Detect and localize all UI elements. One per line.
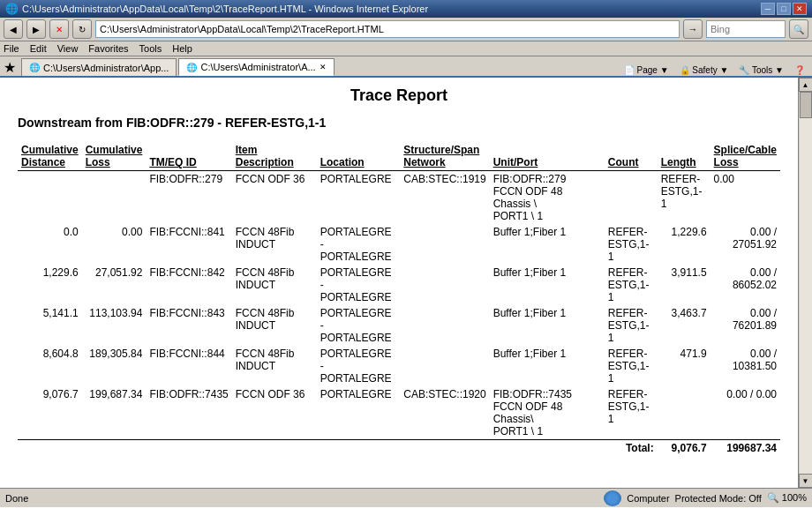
table-cell: FIB:ODFR::279 (146, 171, 231, 225)
table-cell: 3,463.7 (658, 305, 710, 346)
table-cell: 0.00 / 76201.89 (710, 305, 780, 346)
status-bar-right: Computer Protected Mode: Off 🔍 100% (604, 490, 807, 506)
table-cell: FCCN ODF 36 (232, 171, 317, 225)
total-distance: 9,076.7 (658, 440, 710, 457)
menu-bar: File Edit View Favorites Tools Help (0, 41, 812, 56)
menu-edit[interactable]: Edit (30, 43, 47, 54)
table-cell: PORTALEGRE (317, 171, 401, 225)
help-icon[interactable]: ❓ (791, 64, 808, 76)
table-cell: 8,604.8 (18, 346, 82, 386)
col-tm-eq-id: TM/EQ ID (146, 142, 231, 171)
maximize-button[interactable]: □ (777, 3, 791, 15)
scroll-down[interactable]: ▼ (799, 474, 813, 488)
go-button[interactable]: → (683, 19, 703, 39)
refresh-button[interactable]: ↻ (72, 19, 92, 39)
table-cell (400, 305, 489, 346)
search-input[interactable] (706, 20, 786, 38)
col-splice-cable-loss: Splice/CableLoss (710, 142, 780, 171)
table-cell: 0.00 / 10381.50 (710, 346, 780, 386)
back-button[interactable]: ◀ (4, 19, 23, 39)
table-cell (658, 386, 710, 440)
menu-view[interactable]: View (57, 43, 79, 54)
total-empty-cell (146, 440, 231, 457)
table-cell: REFER- ESTG,1-1 (605, 386, 658, 440)
report-subtitle: Downstream from FIB:ODFR::279 - REFER-ES… (18, 116, 780, 130)
computer-label: Computer (627, 493, 669, 504)
table-cell: PORTALEGRE - PORTALEGRE (317, 224, 401, 265)
table-cell: Buffer 1;Fiber 1 (490, 224, 605, 265)
vertical-scrollbar[interactable]: ▲ ▼ (798, 78, 812, 488)
scroll-thumb[interactable] (800, 92, 812, 118)
table-cell: PORTALEGRE - PORTALEGRE (317, 305, 401, 346)
table-cell: 0.00 / 0.00 (710, 386, 780, 440)
table-cell: 0.00 / 27051.92 (710, 224, 780, 265)
table-cell: 0.0 (18, 224, 82, 265)
stop-button[interactable]: ✕ (49, 19, 69, 39)
menu-help[interactable]: Help (172, 43, 192, 54)
content-area: Trace Report Downstream from FIB:ODFR::2… (0, 78, 812, 488)
col-unit-port: Unit/Port (490, 142, 605, 171)
table-cell: 113,103.94 (82, 305, 147, 346)
search-button[interactable]: 🔍 (789, 19, 808, 39)
menu-tools[interactable]: Tools (139, 43, 162, 54)
safety-button[interactable]: 🔒 Safety ▼ (676, 64, 733, 76)
table-cell: FCCN 48Fib INDUCT (232, 346, 317, 386)
table-cell: REFER- ESTG,1-1 (605, 305, 658, 346)
forward-button[interactable]: ▶ (26, 19, 46, 39)
title-bar-controls: ─ □ ✕ (761, 3, 807, 15)
minimize-button[interactable]: ─ (761, 3, 775, 15)
page-button[interactable]: 📄 Page ▼ (620, 64, 673, 76)
tab-1-ie-icon: 🌐 (186, 63, 197, 72)
main-content: Trace Report Downstream from FIB:ODFR::2… (0, 78, 798, 488)
col-count: Count (605, 142, 658, 171)
table-cell (605, 171, 658, 225)
table-cell: REFER- ESTG,1-1 (658, 171, 710, 225)
table-cell: CAB:STEC::1920 (400, 386, 489, 440)
table-cell: 9,076.7 (18, 386, 82, 440)
favorites-icon[interactable]: ★ (4, 59, 16, 76)
total-empty-cell (232, 440, 317, 457)
col-cum-loss: CumulativeLoss (82, 142, 147, 171)
table-cell: REFER- ESTG,1-1 (605, 346, 658, 386)
table-cell: 471.9 (658, 346, 710, 386)
table-cell: 3,911.5 (658, 265, 710, 305)
total-empty-cell (400, 440, 489, 457)
table-cell: PORTALEGRE (317, 386, 401, 440)
menu-file[interactable]: File (4, 43, 19, 54)
table-cell: Buffer 1;Fiber 1 (490, 265, 605, 305)
close-button[interactable]: ✕ (793, 3, 807, 15)
table-cell: 0.00 (710, 171, 780, 225)
ie-logo (604, 490, 621, 506)
tab-0[interactable]: 🌐 C:\Users\Administrator\App... (21, 58, 177, 76)
table-cell: REFER- ESTG,1-1 (605, 265, 658, 305)
zoom-level[interactable]: 🔍 100% (767, 492, 807, 504)
table-cell: CAB:STEC::1919 (400, 171, 489, 225)
tabs-bar: ★ 🌐 C:\Users\Administrator\App... 🌐 C:\U… (0, 56, 812, 78)
table-cell (400, 265, 489, 305)
tab-1[interactable]: 🌐 C:\Users\Administrator\A... ✕ (178, 58, 334, 76)
table-row: FIB:ODFR::279FCCN ODF 36PORTALEGRECAB:ST… (18, 171, 780, 225)
col-location: Location (317, 142, 401, 171)
scroll-track (800, 92, 812, 474)
total-loss: 199687.34 (710, 440, 780, 457)
tab-1-close[interactable]: ✕ (320, 63, 327, 71)
scroll-up[interactable]: ▲ (799, 78, 813, 92)
tab-0-label: C:\Users\Administrator\App... (43, 63, 169, 73)
menu-favorites[interactable]: Favorites (88, 43, 128, 54)
address-input[interactable] (95, 20, 680, 38)
totals-row: Total:9,076.7199687.34 (18, 440, 780, 457)
total-empty-cell (317, 440, 401, 457)
total-label: Total: (605, 440, 658, 457)
protected-mode: Protected Mode: Off (675, 493, 762, 504)
ie-icon: 🌐 (5, 3, 19, 15)
col-structure-span: Structure/SpanNetwork (400, 142, 489, 171)
tools-button[interactable]: 🔧 Tools ▼ (735, 64, 787, 76)
table-cell: FCCN 48Fib INDUCT (232, 305, 317, 346)
table-cell: 0.00 (82, 224, 147, 265)
tab-0-ie-icon: 🌐 (29, 63, 40, 72)
col-length: Length (658, 142, 710, 171)
table-row: 1,229.627,051.92FIB:FCCNI::842FCCN 48Fib… (18, 265, 780, 305)
table-cell: FIB:FCCNI::844 (146, 346, 231, 386)
table-cell: PORTALEGRE - PORTALEGRE (317, 346, 401, 386)
table-cell: FCCN 48Fib INDUCT (232, 224, 317, 265)
